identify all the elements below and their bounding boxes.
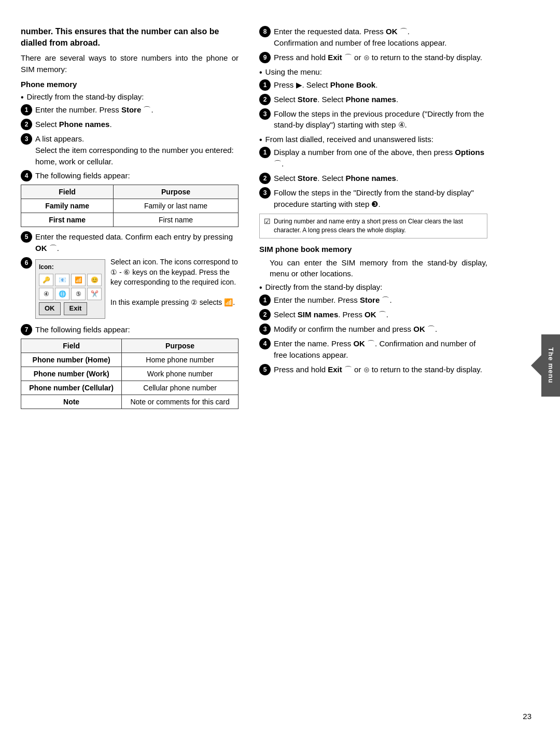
sim-step-circle-2: 2 [259, 309, 271, 320]
bullet-direct-label: Directly from the stand-by display: [27, 92, 144, 101]
sim-step-circle-4: 4 [259, 338, 271, 349]
table-2: Field Purpose Phone number (Home) Home p… [21, 339, 239, 409]
bullet-direct: • Directly from the stand-by display: [21, 92, 239, 102]
icon-cell-1: 🔑 [39, 274, 53, 286]
phone-memory-label: Phone memory [21, 79, 239, 90]
table2-row3-purpose: Cellular phone number [122, 381, 239, 395]
step-circle-1: 1 [21, 104, 32, 116]
step-4: 4 The following fields appear: [21, 170, 239, 181]
icon-label: Icon: [39, 263, 102, 272]
last-step-1-content: Display a number from one of the above, … [274, 147, 487, 170]
step-circle-7: 7 [21, 324, 32, 335]
step-9-content: Press and hold Exit ⌒ or ⊙ to return to … [274, 52, 487, 63]
step-3: 3 A list appears. Select the item corres… [21, 133, 239, 167]
step-8-content: Enter the requested data. Press OK ⌒. Co… [274, 26, 487, 49]
table-row: Note Note or comments for this card [21, 395, 239, 409]
sim-step-circle-5: 5 [259, 364, 271, 375]
step-1: 1 Enter the number. Press Store ⌒. [21, 104, 239, 116]
table1-row1-field: Family name [21, 199, 114, 213]
step-9: 9 Press and hold Exit ⌒ or ⊙ to return t… [259, 52, 487, 63]
step-7-content: The following fields appear: [35, 324, 239, 335]
step-5-content: Enter the requested data. Confirm each e… [35, 231, 239, 254]
step-circle-9: 9 [259, 52, 271, 63]
sim-step-3: 3 Modify or confirm the number and press… [259, 324, 487, 335]
bullet-last-label: From last dialled, received and unanswer… [265, 135, 433, 144]
last-step-circle-2: 2 [259, 173, 271, 184]
tab-text: The menu [547, 347, 555, 383]
bullet-menu: • Using the menu: [259, 67, 487, 77]
icon-cell-2: 📧 [55, 274, 69, 286]
last-step-3-content: Follow the steps in the "Directly from t… [274, 187, 487, 210]
icon-cell-3: 📶 [71, 274, 86, 286]
menu-step-circle-1: 1 [259, 79, 271, 91]
menu-step-circle-2: 2 [259, 94, 271, 105]
table1-row2-purpose: First name [114, 213, 239, 227]
last-step-2: 2 Select Store. Select Phone names. [259, 173, 487, 184]
table-row: First name First name [21, 213, 239, 227]
bullet-dot-3: • [259, 135, 262, 145]
note-text: During number and name entry a short pre… [274, 217, 483, 235]
step-circle-6: 6 [21, 257, 32, 269]
table2-header-purpose: Purpose [122, 339, 239, 353]
step-2: 2 Select Phone names. [21, 119, 239, 130]
last-step-circle-1: 1 [259, 147, 271, 158]
menu-step-2: 2 Select Store. Select Phone names. [259, 94, 487, 105]
table2-header-field: Field [21, 339, 122, 353]
right-column: 8 Enter the requested data. Press OK ⌒. … [249, 16, 519, 715]
exit-btn: Exit [64, 302, 88, 315]
step-5: 5 Enter the requested data. Confirm each… [21, 231, 239, 254]
bullet-last: • From last dialled, received and unansw… [259, 135, 487, 145]
step-circle-5: 5 [21, 231, 32, 243]
page-number: 23 [523, 712, 531, 721]
table2-row2-field: Phone number (Work) [21, 367, 122, 381]
table-1: Field Purpose Family name Family or last… [21, 185, 239, 227]
sim-step-2: 2 Select SIM names. Press OK ⌒. [259, 309, 487, 320]
step-circle-2: 2 [21, 119, 32, 130]
menu-step-1: 1 Press ▶. Select Phone Book. [259, 79, 487, 91]
step-7: 7 The following fields appear: [21, 324, 239, 335]
step-circle-3: 3 [21, 133, 32, 145]
icon-cell-4: 😊 [87, 274, 102, 286]
table2-row4-field: Note [21, 395, 122, 409]
step-3-content: A list appears. Select the item correspo… [35, 133, 239, 167]
sim-step-5-content: Press and hold Exit ⌒ or ⊙ to return to … [274, 364, 487, 375]
step-6: 6 Icon: 🔑 📧 📶 😊 ④ 🌐 ⑤ ✂️ [21, 257, 239, 321]
table2-row2-purpose: Work phone number [122, 367, 239, 381]
table-row: Phone number (Home) Home phone number [21, 353, 239, 367]
step-8: 8 Enter the requested data. Press OK ⌒. … [259, 26, 487, 49]
bullet-menu-label: Using the menu: [265, 67, 322, 76]
ok-btn: OK [39, 302, 61, 315]
main-heading: number. This ensures that the number can… [21, 26, 239, 49]
step-6-content: Icon: 🔑 📧 📶 😊 ④ 🌐 ⑤ ✂️ OK [35, 257, 239, 321]
table1-row1-purpose: Family or last name [114, 199, 239, 213]
icon-buttons: OK Exit [39, 302, 102, 315]
step-4-content: The following fields appear: [35, 170, 239, 181]
icon-grid: 🔑 📧 📶 😊 ④ 🌐 ⑤ ✂️ [39, 274, 102, 300]
icon-cell-5: ④ [39, 288, 53, 300]
sim-step-circle-1: 1 [259, 294, 271, 306]
left-column: number. This ensures that the number can… [0, 16, 249, 715]
intro-text: There are several ways to store numbers … [21, 52, 239, 75]
menu-step-circle-3: 3 [259, 108, 271, 120]
sim-step-4: 4 Enter the name. Press OK ⌒. Confirmati… [259, 338, 487, 361]
step-circle-8: 8 [259, 26, 271, 37]
sim-bullet-label: Directly from the stand-by display: [265, 283, 383, 291]
bullet-dot-2: • [259, 67, 262, 77]
last-step-circle-3: 3 [259, 187, 271, 199]
bullet-dot-4: • [259, 283, 262, 292]
table2-row3-field: Phone number (Cellular) [21, 381, 122, 395]
table1-row2-field: First name [21, 213, 114, 227]
note-box: ☑ During number and name entry a short p… [259, 214, 487, 238]
table2-row1-purpose: Home phone number [122, 353, 239, 367]
sim-step-1-content: Enter the number. Press Store ⌒. [274, 294, 487, 306]
bullet-dot: • [21, 92, 24, 102]
step-circle-4: 4 [21, 170, 32, 181]
menu-step-2-content: Select Store. Select Phone names. [274, 94, 487, 105]
last-step-1: 1 Display a number from one of the above… [259, 147, 487, 170]
sim-step-2-content: Select SIM names. Press OK ⌒. [274, 309, 487, 320]
table2-row4-purpose: Note or comments for this card [122, 395, 239, 409]
icon-cell-7: ⑤ [71, 288, 86, 300]
menu-step-3: 3 Follow the steps in the previous proce… [259, 108, 487, 131]
table-row: Phone number (Work) Work phone number [21, 367, 239, 381]
tab-label: The menu [541, 334, 560, 397]
